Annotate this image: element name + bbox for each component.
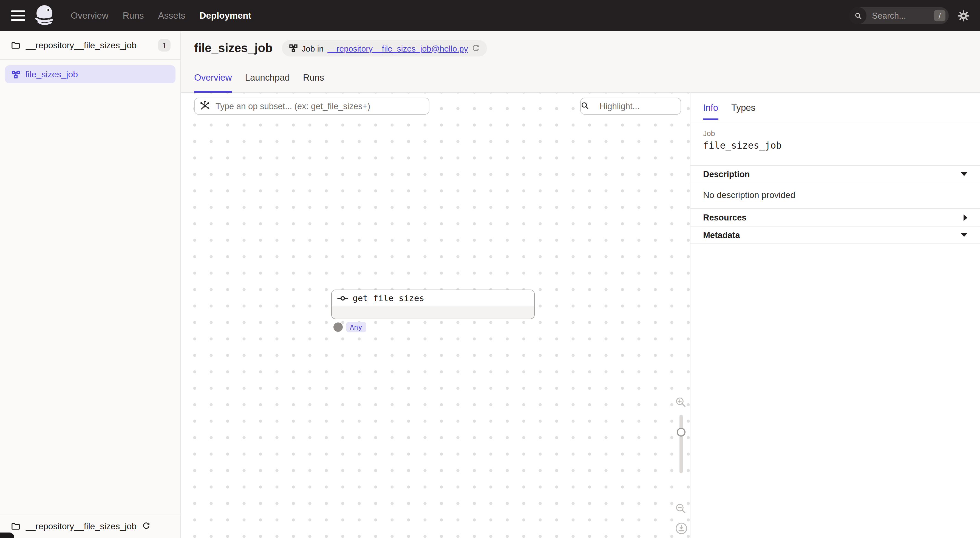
tab-info[interactable]: Info: [703, 93, 718, 120]
job-graph-icon: [289, 44, 298, 53]
repository-link[interactable]: __repository__file_sizes_job@hello.py: [328, 44, 468, 53]
tab-runs[interactable]: Runs: [303, 72, 324, 93]
page-header: file_sizes_job Job in __repository__file…: [181, 31, 980, 93]
chevron-right-icon: [964, 214, 967, 221]
search-placeholder: Search...: [872, 11, 906, 21]
job-item-label: file_sizes_job: [25, 69, 78, 79]
footer-repository-label: __repository__file_sizes_job: [26, 521, 137, 531]
top-nav-bar: Overview Runs Assets Deployment Search..…: [0, 0, 980, 31]
zoom-slider-thumb[interactable]: [677, 428, 686, 436]
highlight-input[interactable]: [580, 98, 681, 115]
tab-overview[interactable]: Overview: [194, 72, 232, 93]
op-graph-canvas[interactable]: get_file_sizes Any: [181, 93, 690, 538]
section-title: Metadata: [703, 230, 740, 240]
op-subset-input[interactable]: [194, 98, 430, 115]
tab-launchpad[interactable]: Launchpad: [245, 72, 290, 93]
app-root: Overview Runs Assets Deployment Search..…: [0, 0, 980, 538]
section-title: Description: [703, 169, 750, 179]
page-title: file_sizes_job: [194, 41, 272, 56]
op-node-get-file-sizes[interactable]: get_file_sizes: [331, 290, 535, 319]
job-meta-value: file_sizes_job: [703, 140, 967, 151]
primary-nav: Overview Runs Assets Deployment: [71, 10, 251, 21]
output-port[interactable]: [333, 323, 343, 332]
menu-icon[interactable]: [11, 10, 25, 21]
section-resources[interactable]: Resources: [690, 209, 980, 226]
nav-assets[interactable]: Assets: [158, 10, 185, 21]
job-graph-icon: [11, 70, 20, 79]
nav-overview[interactable]: Overview: [71, 10, 108, 21]
job-context-tag: Job in __repository__file_sizes_job@hell…: [282, 40, 487, 56]
section-divider: [690, 244, 980, 244]
description-body: No description provided: [690, 183, 980, 209]
panel-tabs: Info Types: [690, 93, 980, 121]
op-node-title: get_file_sizes: [332, 290, 534, 307]
zoom-out-icon[interactable]: [675, 503, 687, 515]
repository-count-badge: 1: [158, 39, 170, 51]
dagster-logo-icon[interactable]: [32, 3, 56, 28]
download-view-icon[interactable]: [675, 522, 688, 535]
zoom-slider-track[interactable]: [679, 415, 683, 473]
chevron-down-icon: [961, 233, 967, 237]
search-icon: [850, 7, 867, 24]
output-type-badge[interactable]: Any: [346, 322, 366, 332]
left-sidebar: __repository__file_sizes_job 1 file_size…: [0, 31, 181, 538]
folder-icon: [11, 41, 20, 50]
sidebar-footer: __repository__file_sizes_job: [0, 514, 180, 538]
gear-icon[interactable]: [958, 10, 970, 22]
section-metadata[interactable]: Metadata: [690, 226, 980, 244]
section-description[interactable]: Description: [690, 165, 980, 183]
bottom-left-overlay: [0, 533, 14, 538]
job-meta: Job file_sizes_job: [690, 121, 980, 165]
job-tabs: Overview Launchpad Runs: [194, 72, 324, 93]
op-node-icon: [337, 295, 348, 302]
refresh-icon[interactable]: [472, 44, 480, 53]
zoom-in-icon[interactable]: [675, 396, 687, 409]
nav-deployment[interactable]: Deployment: [200, 10, 251, 21]
repository-label: __repository__file_sizes_job: [26, 40, 137, 50]
folder-icon: [11, 522, 20, 531]
title-row: file_sizes_job Job in __repository__file…: [194, 40, 487, 56]
search-shortcut-key: /: [934, 10, 945, 21]
sidebar-item-repository[interactable]: __repository__file_sizes_job 1: [0, 31, 180, 60]
job-context-prefix: Job in: [302, 44, 323, 53]
chevron-down-icon: [961, 172, 967, 176]
job-meta-label: Job: [703, 129, 967, 138]
sidebar-item-file-sizes-job[interactable]: file_sizes_job: [5, 65, 175, 83]
tab-types[interactable]: Types: [731, 93, 756, 120]
nav-runs[interactable]: Runs: [123, 10, 144, 21]
section-title: Resources: [703, 213, 747, 222]
right-info-panel: Info Types Job file_sizes_job Descriptio…: [690, 93, 980, 538]
op-node-name: get_file_sizes: [353, 293, 424, 303]
global-search[interactable]: Search... /: [850, 7, 949, 24]
refresh-icon[interactable]: [142, 522, 150, 530]
